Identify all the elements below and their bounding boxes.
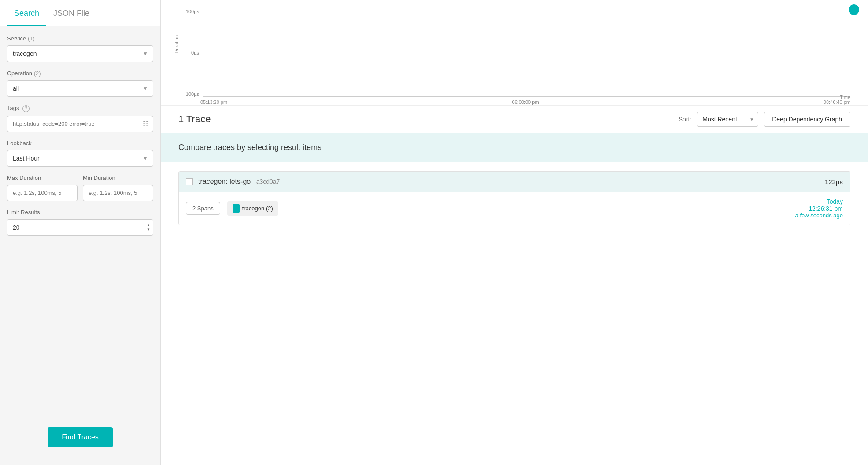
tab-json-file[interactable]: JSON File xyxy=(46,0,96,26)
tags-group: Tags ? ☷ xyxy=(7,105,153,132)
grid-icon[interactable]: ☷ xyxy=(143,120,149,128)
trace-item: tracegen: lets-go a3cd0a7 123µs 2 Spans … xyxy=(178,171,850,225)
timestamp-today: Today xyxy=(795,198,843,205)
limit-group: Limit Results ▲ ▼ xyxy=(7,209,153,236)
duration-row: Max Duration Min Duration xyxy=(7,175,153,201)
y-label-bot: -100µs xyxy=(179,92,199,97)
timestamp-time: 12:26:31 pm xyxy=(795,205,843,212)
min-duration-label: Min Duration xyxy=(83,175,153,181)
tab-search[interactable]: Search xyxy=(7,0,46,26)
service-label: Service (1) xyxy=(7,35,153,42)
service-badge: tracegen (2) xyxy=(227,201,278,216)
service-color-block xyxy=(233,204,240,213)
operation-select-wrapper: all ▼ xyxy=(7,80,153,97)
limit-label: Limit Results xyxy=(7,209,153,216)
trace-count-bar: 1 Trace Sort: Most Recent ▼ Deep Depende… xyxy=(161,106,868,133)
x-label-3: 08:46:40 pm xyxy=(824,99,850,105)
deep-dependency-button[interactable]: Deep Dependency Graph xyxy=(764,112,850,127)
trace-list: tracegen: lets-go a3cd0a7 123µs 2 Spans … xyxy=(161,162,868,234)
tags-input[interactable] xyxy=(7,116,153,132)
trace-title: tracegen: lets-go a3cd0a7 xyxy=(198,178,820,186)
spans-badge: 2 Spans xyxy=(186,202,220,215)
tags-help-icon[interactable]: ? xyxy=(22,105,30,112)
sort-select-wrapper: Most Recent ▼ xyxy=(697,112,758,127)
trace-duration: 123µs xyxy=(825,178,843,186)
time-label: Time xyxy=(840,95,850,100)
max-duration-group: Max Duration xyxy=(7,175,78,201)
max-duration-input[interactable] xyxy=(7,185,78,201)
max-duration-label: Max Duration xyxy=(7,175,78,181)
x-label-1: 05:13:20 pm xyxy=(200,99,227,105)
tab-bar: Search JSON File xyxy=(0,0,160,26)
sort-label: Sort: xyxy=(679,116,692,123)
min-duration-input[interactable] xyxy=(83,185,153,201)
sort-row: Sort: Most Recent ▼ Deep Dependency Grap… xyxy=(679,112,850,127)
timestamp-ago: a few seconds ago xyxy=(795,212,843,219)
lookback-select[interactable]: Last Hour xyxy=(7,150,153,167)
trace-body: 2 Spans tracegen (2) Today 12:26:31 pm a… xyxy=(179,192,850,225)
tags-input-wrapper: ☷ xyxy=(7,116,153,132)
lookback-label: Lookback xyxy=(7,140,153,146)
sidebar-form: Service (1) tracegen ▼ Operation (2) all… xyxy=(0,26,160,465)
find-traces-button[interactable]: Find Traces xyxy=(48,427,113,447)
limit-input[interactable] xyxy=(7,219,153,236)
operation-select[interactable]: all xyxy=(7,80,153,97)
sort-select[interactable]: Most Recent xyxy=(697,112,758,127)
x-axis-labels: 05:13:20 pm 06:00:00 pm 08:46:40 pm Time xyxy=(200,97,850,105)
service-select-wrapper: tracegen ▼ xyxy=(7,45,153,62)
trace-count: 1 Trace xyxy=(178,114,670,125)
lookback-group: Lookback Last Hour ▼ xyxy=(7,140,153,167)
min-duration-group: Min Duration xyxy=(83,175,153,201)
compare-text: Compare traces by selecting result items xyxy=(178,143,321,152)
trace-timestamp: Today 12:26:31 pm a few seconds ago xyxy=(795,198,843,219)
tags-label: Tags ? xyxy=(7,105,153,112)
x-label-2: 06:00:00 pm xyxy=(512,99,539,105)
compare-bar: Compare traces by selecting result items xyxy=(161,133,868,162)
trace-header[interactable]: tracegen: lets-go a3cd0a7 123µs xyxy=(179,172,850,192)
service-name: tracegen (2) xyxy=(242,205,273,212)
y-label-top: 100µs xyxy=(179,9,199,14)
y-label-mid: 0µs xyxy=(179,50,199,55)
limit-input-wrapper: ▲ ▼ xyxy=(7,219,153,236)
lookback-select-wrapper: Last Hour ▼ xyxy=(7,150,153,167)
operation-group: Operation (2) all ▼ xyxy=(7,70,153,97)
y-axis-title: Duration xyxy=(174,35,179,54)
chart-area: 100µs 0µs -100µs Duration 05:13:20 pm 06… xyxy=(161,0,868,106)
service-select[interactable]: tracegen xyxy=(7,45,153,62)
service-group: Service (1) tracegen ▼ xyxy=(7,35,153,62)
trace-id: a3cd0a7 xyxy=(256,178,280,185)
main-content: 100µs 0µs -100µs Duration 05:13:20 pm 06… xyxy=(161,0,868,465)
trace-checkbox[interactable] xyxy=(186,178,193,185)
operation-label: Operation (2) xyxy=(7,70,153,77)
sidebar: Search JSON File Service (1) tracegen ▼ … xyxy=(0,0,161,465)
